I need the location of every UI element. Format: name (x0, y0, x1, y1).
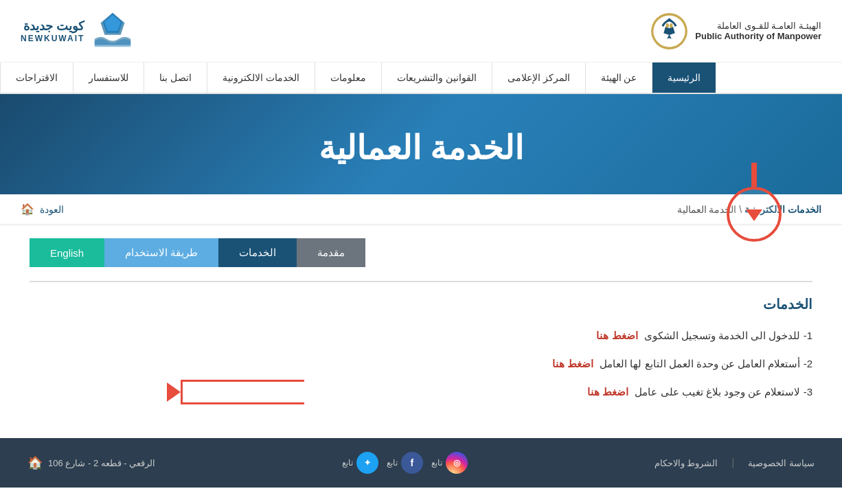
service-item-1-link[interactable]: اضغط هنا (596, 330, 637, 341)
service-item-3: 3- لاستعلام عن وجود بلاغ تغيب على عامل ا… (30, 382, 812, 401)
svg-point-3 (670, 23, 672, 27)
back-label[interactable]: العودة (40, 204, 64, 215)
nav-item-home[interactable]: الرئيسية (652, 62, 716, 93)
pam-arabic-text: الهيئـة العامـة للقـوى العاملة (695, 21, 821, 31)
breadcrumb-path: الخدمات الالكترونية \ الخدمة العمالية (677, 204, 821, 215)
twitter-icon[interactable]: ✦ (356, 452, 378, 474)
pam-emblem-icon (650, 12, 688, 50)
svg-marker-6 (105, 15, 121, 31)
pam-text: الهيئـة العامـة للقـوى العاملة Public Au… (695, 21, 821, 41)
breadcrumb-separator: \ (736, 204, 742, 215)
arrow-head-right (167, 382, 181, 402)
tabs-bar: مقدمة الخدمات طريقة الاستخدام English (30, 238, 812, 267)
service-item-2-link[interactable]: اضغط هنا (552, 358, 593, 369)
tab-tariqah[interactable]: طريقة الاستخدام (104, 238, 218, 267)
svg-point-2 (666, 23, 669, 27)
home-icon: 🏠 (21, 203, 34, 216)
newkuwait-logo-section: كويت جديدة NEWKUWAIT (21, 7, 137, 55)
nav-item-suggestions[interactable]: الاقتراحات (0, 62, 73, 93)
content-area: مقدمة الخدمات طريقة الاستخدام English ال… (9, 225, 833, 438)
newkuwait-logo-icon (89, 7, 137, 55)
footer-social: ✦ تابع f تابع ◎ تابع (342, 452, 468, 474)
footer-address: الرقعي - قطعه 2 - شارع 106 🏠 (27, 455, 155, 470)
social-instagram[interactable]: ◎ تابع (431, 452, 468, 474)
pam-english-text: Public Authority of Manpower (695, 31, 821, 41)
address-text: الرقعي - قطعه 2 - شارع 106 (48, 458, 155, 468)
horizontal-arrow-annotation (167, 380, 304, 404)
header: الهيئـة العامـة للقـوى العاملة Public Au… (0, 0, 842, 62)
arrow-box (181, 380, 304, 404)
twitter-follow-label: تابع (342, 458, 353, 468)
tab-muqadima[interactable]: مقدمة (297, 238, 365, 267)
footer-link-separator: | (731, 457, 734, 469)
tabs-container: مقدمة الخدمات طريقة الاستخدام English (30, 238, 812, 267)
service-item-1: 1- للدخول الى الخدمة وتسجيل الشكوى اضغط … (30, 326, 812, 345)
social-facebook[interactable]: f تابع (387, 452, 423, 474)
breadcrumb-back[interactable]: العودة 🏠 (21, 203, 64, 216)
nav-item-contact[interactable]: اتصل بنا (144, 62, 207, 93)
instagram-follow-label: تابع (431, 458, 442, 468)
tab-khadamat[interactable]: الخدمات (218, 238, 297, 267)
footer-privacy-link[interactable]: سياسة الخصوصية (748, 458, 815, 468)
newkuwait-text: كويت جديدة NEWKUWAIT (21, 19, 84, 43)
nk-english: NEWKUWAIT (21, 34, 84, 43)
home-footer-icon: 🏠 (27, 455, 43, 470)
social-twitter[interactable]: ✦ تابع (342, 452, 378, 474)
nk-arabic: كويت جديدة (21, 19, 84, 34)
main-navbar: الرئيسية عن الهيئة المركز الإعلامى القوا… (0, 62, 842, 94)
nav-item-eservices[interactable]: الخدمات الالكترونية (207, 62, 315, 93)
instagram-icon[interactable]: ◎ (446, 452, 468, 474)
nav-item-laws[interactable]: القوانين والتشريعات (381, 62, 492, 93)
nav-item-inquiry[interactable]: للاستفسار (73, 62, 144, 93)
service-item-3-text: 3- لاستعلام عن وجود بلاغ تغيب على عامل (635, 386, 812, 398)
hero-banner: الخدمة العمالية (0, 94, 842, 194)
footer-links: سياسة الخصوصية | الشروط والاحكام (655, 457, 815, 469)
service-item-2: 2- أستعلام العامل عن وحدة العمل التابع ل… (30, 354, 812, 373)
tab-divider (30, 281, 812, 282)
service-item-3-link[interactable]: اضغط هنا (587, 386, 628, 398)
footer: سياسة الخصوصية | الشروط والاحكام ✦ تابع … (0, 438, 842, 488)
facebook-icon[interactable]: f (401, 452, 423, 474)
service-item-1-text: 1- للدخول الى الخدمة وتسجيل الشكوى (644, 330, 812, 341)
pam-logo-section: الهيئـة العامـة للقـوى العاملة Public Au… (650, 12, 821, 50)
nav-item-media[interactable]: المركز الإعلامى (492, 62, 585, 93)
service-item-2-text: 2- أستعلام العامل عن وحدة العمل التابع ل… (600, 358, 812, 369)
nav-item-info[interactable]: معلومات (315, 62, 381, 93)
footer-terms-link[interactable]: الشروط والاحكام (655, 458, 718, 468)
services-section-title: الخدمات (30, 296, 812, 312)
tab-english[interactable]: English (30, 238, 104, 267)
breadcrumb-section1: الخدمات الالكترونية (744, 204, 821, 215)
breadcrumb: الخدمات الالكترونية \ الخدمة العمالية ال… (0, 194, 842, 225)
hero-title: الخدمة العمالية (0, 128, 842, 167)
nav-item-about[interactable]: عن الهيئة (585, 62, 652, 93)
breadcrumb-section2: الخدمة العمالية (677, 204, 737, 215)
facebook-follow-label: تابع (387, 458, 398, 468)
